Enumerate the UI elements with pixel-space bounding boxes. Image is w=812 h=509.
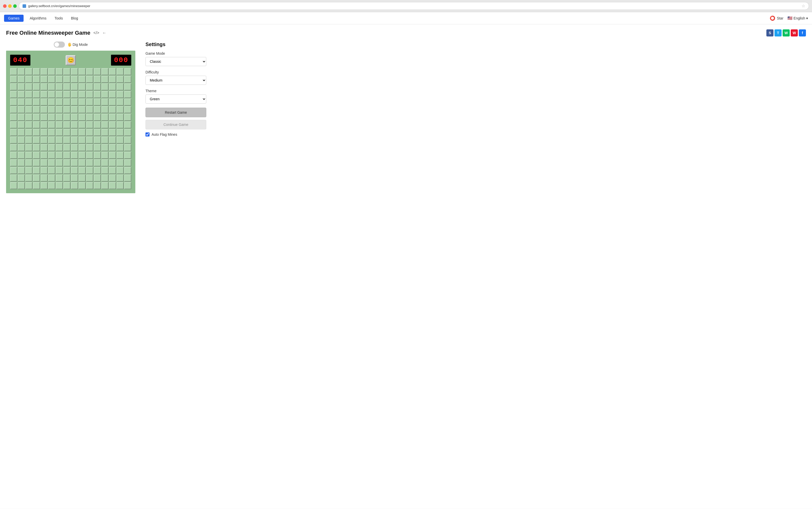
mine-cell[interactable] bbox=[117, 129, 124, 136]
mine-cell[interactable] bbox=[94, 129, 101, 136]
mine-cell[interactable] bbox=[10, 167, 17, 174]
mine-cell[interactable] bbox=[63, 144, 70, 151]
mine-cell[interactable] bbox=[124, 83, 131, 91]
restart-game-button[interactable]: Restart Game bbox=[146, 108, 206, 117]
mine-cell[interactable] bbox=[101, 76, 108, 83]
mine-cell[interactable] bbox=[94, 76, 101, 83]
mine-cell[interactable] bbox=[10, 68, 17, 75]
mine-cell[interactable] bbox=[71, 136, 78, 144]
mine-cell[interactable] bbox=[124, 68, 131, 75]
mine-cell[interactable] bbox=[101, 152, 108, 159]
mine-cell[interactable] bbox=[10, 159, 17, 166]
mine-cell[interactable] bbox=[86, 114, 93, 121]
mine-cell[interactable] bbox=[63, 182, 70, 189]
mine-cell[interactable] bbox=[94, 99, 101, 106]
mine-cell[interactable] bbox=[117, 91, 124, 98]
mine-cell[interactable] bbox=[71, 114, 78, 121]
mine-cell[interactable] bbox=[94, 83, 101, 91]
mine-cell[interactable] bbox=[25, 121, 32, 128]
mine-cell[interactable] bbox=[48, 91, 55, 98]
mine-cell[interactable] bbox=[71, 91, 78, 98]
mine-cell[interactable] bbox=[79, 99, 86, 106]
continue-game-button[interactable]: Continue Game bbox=[146, 120, 206, 129]
mine-cell[interactable] bbox=[63, 136, 70, 144]
mine-cell[interactable] bbox=[79, 129, 86, 136]
mine-cell[interactable] bbox=[33, 91, 40, 98]
mine-cell[interactable] bbox=[10, 129, 17, 136]
mine-cell[interactable] bbox=[117, 114, 124, 121]
mine-cell[interactable] bbox=[101, 159, 108, 166]
mine-cell[interactable] bbox=[109, 144, 116, 151]
mine-cell[interactable] bbox=[33, 76, 40, 83]
mine-cell[interactable] bbox=[124, 91, 131, 98]
mine-cell[interactable] bbox=[71, 129, 78, 136]
mine-cell[interactable] bbox=[117, 83, 124, 91]
mine-cell[interactable] bbox=[109, 182, 116, 189]
mine-cell[interactable] bbox=[18, 167, 25, 174]
mine-cell[interactable] bbox=[94, 174, 101, 181]
mine-cell[interactable] bbox=[63, 174, 70, 181]
mine-cell[interactable] bbox=[25, 99, 32, 106]
minimize-button[interactable] bbox=[8, 4, 12, 8]
mine-cell[interactable] bbox=[86, 91, 93, 98]
mine-cell[interactable] bbox=[56, 68, 63, 75]
mine-cell[interactable] bbox=[86, 152, 93, 159]
mine-cell[interactable] bbox=[71, 167, 78, 174]
mine-cell[interactable] bbox=[33, 159, 40, 166]
mine-cell[interactable] bbox=[101, 83, 108, 91]
close-button[interactable] bbox=[3, 4, 7, 8]
mine-cell[interactable] bbox=[33, 99, 40, 106]
mine-cell[interactable] bbox=[117, 144, 124, 151]
mine-cell[interactable] bbox=[86, 121, 93, 128]
mine-cell[interactable] bbox=[124, 144, 131, 151]
mine-cell[interactable] bbox=[124, 182, 131, 189]
mine-cell[interactable] bbox=[25, 152, 32, 159]
mine-cell[interactable] bbox=[124, 106, 131, 113]
mine-cell[interactable] bbox=[63, 121, 70, 128]
github-star-button[interactable]: ⭕ Star bbox=[770, 15, 783, 21]
mine-cell[interactable] bbox=[117, 99, 124, 106]
mine-cell[interactable] bbox=[40, 167, 48, 174]
mine-cell[interactable] bbox=[117, 76, 124, 83]
mine-cell[interactable] bbox=[10, 76, 17, 83]
mine-cell[interactable] bbox=[33, 106, 40, 113]
mine-cell[interactable] bbox=[33, 68, 40, 75]
mine-cell[interactable] bbox=[117, 182, 124, 189]
mine-cell[interactable] bbox=[117, 159, 124, 166]
mine-cell[interactable] bbox=[124, 121, 131, 128]
mine-cell[interactable] bbox=[10, 152, 17, 159]
share-weibo-button[interactable]: W bbox=[791, 29, 798, 36]
mine-cell[interactable] bbox=[109, 167, 116, 174]
mine-cell[interactable] bbox=[79, 174, 86, 181]
mine-cell[interactable] bbox=[25, 76, 32, 83]
mine-cell[interactable] bbox=[25, 136, 32, 144]
auto-flag-checkbox[interactable] bbox=[146, 132, 150, 136]
mine-cell[interactable] bbox=[48, 121, 55, 128]
mine-cell[interactable] bbox=[101, 106, 108, 113]
mine-cell[interactable] bbox=[10, 174, 17, 181]
mine-cell[interactable] bbox=[40, 114, 48, 121]
share-share-button[interactable]: S bbox=[767, 29, 774, 36]
mine-cell[interactable] bbox=[79, 68, 86, 75]
mine-cell[interactable] bbox=[63, 99, 70, 106]
mine-cell[interactable] bbox=[48, 76, 55, 83]
mine-cell[interactable] bbox=[56, 106, 63, 113]
mine-cell[interactable] bbox=[94, 106, 101, 113]
mine-cell[interactable] bbox=[56, 167, 63, 174]
mine-cell[interactable] bbox=[18, 159, 25, 166]
mine-cell[interactable] bbox=[79, 121, 86, 128]
mine-cell[interactable] bbox=[71, 99, 78, 106]
mine-cell[interactable] bbox=[48, 99, 55, 106]
mine-cell[interactable] bbox=[10, 91, 17, 98]
mine-cell[interactable] bbox=[109, 91, 116, 98]
mine-cell[interactable] bbox=[71, 121, 78, 128]
mine-cell[interactable] bbox=[79, 106, 86, 113]
mine-cell[interactable] bbox=[48, 167, 55, 174]
mine-cell[interactable] bbox=[63, 152, 70, 159]
mine-cell[interactable] bbox=[48, 83, 55, 91]
mine-cell[interactable] bbox=[63, 91, 70, 98]
mine-cell[interactable] bbox=[40, 106, 48, 113]
back-icon[interactable]: ← bbox=[102, 31, 106, 35]
mine-cell[interactable] bbox=[56, 121, 63, 128]
mine-cell[interactable] bbox=[117, 68, 124, 75]
